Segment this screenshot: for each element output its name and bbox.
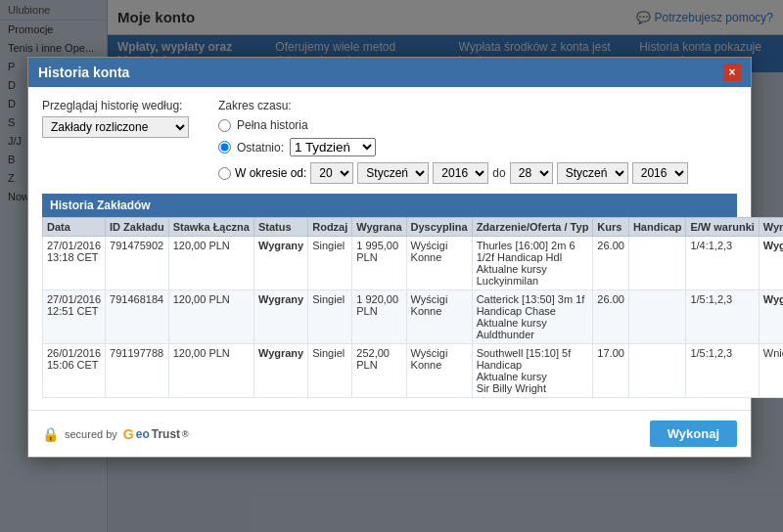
filter-row: Przeglądaj historię według: Zakłady rozl… bbox=[42, 99, 737, 184]
to-day-select[interactable]: 28 bbox=[510, 162, 553, 184]
radio-period-label: W okresie od: bbox=[235, 166, 306, 180]
cell-status: Wygrany bbox=[253, 344, 307, 398]
table-row: 27/01/2016 12:51 CET 791468184 120,00 PL… bbox=[43, 290, 784, 344]
from-month-select[interactable]: Styczeń bbox=[357, 162, 429, 184]
cell-ew: 1/5:1,2,3 bbox=[686, 344, 759, 398]
to-month-select[interactable]: Styczeń bbox=[557, 162, 628, 184]
cell-odds: 26.00 bbox=[593, 237, 629, 290]
cell-ew: 1/4:1,2,3 bbox=[686, 237, 759, 290]
cell-winnings: 252,00 PLN bbox=[352, 344, 406, 398]
bets-table: Data ID Zakładu Stawka Łączna Status Rod… bbox=[42, 217, 783, 398]
col-status: Status bbox=[253, 218, 307, 237]
cell-discipline: Wyścigi Konne bbox=[406, 237, 472, 290]
cell-handicap bbox=[628, 290, 686, 344]
modal-close-button[interactable]: × bbox=[723, 64, 741, 81]
cell-result: Wygrany bbox=[759, 237, 783, 290]
execute-button[interactable]: Wykonaj bbox=[650, 421, 737, 447]
cell-winnings: 1 995,00 PLN bbox=[352, 237, 406, 290]
col-winnings: Wygrana bbox=[352, 218, 406, 237]
geotrust-logo: GeoTrust® bbox=[123, 426, 189, 442]
lock-icon: 🔒 bbox=[42, 426, 59, 442]
col-discipline: Dyscyplina bbox=[406, 218, 472, 237]
cell-discipline: Wyścigi Konne bbox=[406, 344, 472, 398]
cell-id: 791468184 bbox=[106, 290, 169, 344]
cell-date: 27/01/2016 13:18 CET bbox=[43, 237, 106, 290]
modal-historia-konta: Historia konta × Przeglądaj historię wed… bbox=[27, 57, 752, 458]
col-data: Data bbox=[43, 218, 106, 237]
browse-label: Przeglądaj historię według: bbox=[42, 99, 189, 112]
col-ew: E/W warunki bbox=[686, 218, 759, 237]
modal-title: Historia konta bbox=[38, 65, 129, 80]
secured-by-text: secured by bbox=[65, 428, 117, 440]
radio-full-row: Pełna historia bbox=[218, 118, 737, 132]
cell-event: Southwell [15:10] 5f HandicapAktualne ku… bbox=[472, 344, 593, 398]
col-id: ID Zakładu bbox=[106, 218, 169, 237]
geotrust-badge: 🔒 secured by GeoTrust® bbox=[42, 426, 189, 442]
cell-handicap bbox=[628, 344, 686, 398]
radio-period[interactable] bbox=[218, 167, 231, 180]
cell-result: Wniesiony bbox=[759, 344, 783, 398]
col-event: Zdarzenie/Oferta / Typ bbox=[472, 218, 593, 237]
browse-select[interactable]: Zakłady rozliczoneZakłady otwarteWszystk… bbox=[42, 116, 189, 138]
modal-body: Przeglądaj historię według: Zakłady rozl… bbox=[28, 87, 751, 410]
cell-odds: 17.00 bbox=[593, 344, 629, 398]
cell-event: Catterick [13:50] 3m 1f Handicap ChaseAk… bbox=[472, 290, 593, 344]
radio-full-label: Pełna historia bbox=[237, 118, 308, 132]
cell-event: Thurles [16:00] 2m 6 1/2f Handicap HdlAk… bbox=[472, 237, 593, 290]
time-range-label: Zakres czasu: bbox=[218, 99, 737, 112]
cell-date: 26/01/2016 15:06 CET bbox=[43, 344, 106, 398]
cell-date: 27/01/2016 12:51 CET bbox=[43, 290, 106, 344]
radio-last-label: Ostatnio: bbox=[237, 141, 284, 155]
filter-left: Przeglądaj historię według: Zakłady rozl… bbox=[42, 99, 189, 138]
table-section-title: Historia Zakładów bbox=[42, 194, 737, 217]
table-row: 26/01/2016 15:06 CET 791197788 120,00 PL… bbox=[43, 344, 784, 398]
cell-stake: 120,00 PLN bbox=[168, 290, 253, 344]
cell-odds: 26.00 bbox=[593, 290, 629, 344]
cell-stake: 120,00 PLN bbox=[168, 344, 253, 398]
period-row: W okresie od: 20 Styczeń 2016 do 28 bbox=[218, 162, 737, 184]
from-year-select[interactable]: 2016 bbox=[433, 162, 488, 184]
radio-last-row: Ostatnio: 1 Tydzień2 Tygodnie1 Miesiąc bbox=[218, 138, 737, 156]
modal-footer: 🔒 secured by GeoTrust® Wykonaj bbox=[28, 410, 751, 457]
from-day-select[interactable]: 20 bbox=[310, 162, 353, 184]
cell-discipline: Wyścigi Konne bbox=[406, 290, 472, 344]
cell-winnings: 1 920,00 PLN bbox=[352, 290, 406, 344]
cell-handicap bbox=[628, 237, 686, 290]
cell-type: Singiel bbox=[308, 290, 352, 344]
cell-result: Wygrany bbox=[759, 290, 783, 344]
table-row: 27/01/2016 13:18 CET 791475902 120,00 PL… bbox=[43, 237, 784, 290]
modal-header: Historia konta × bbox=[28, 58, 751, 87]
to-year-select[interactable]: 2016 bbox=[632, 162, 688, 184]
period-to-label: do bbox=[492, 166, 505, 180]
col-result: Wynik bbox=[759, 218, 783, 237]
col-stake: Stawka Łączna bbox=[168, 218, 253, 237]
radio-last[interactable] bbox=[218, 141, 231, 154]
cell-type: Singiel bbox=[308, 237, 352, 290]
cell-status: Wygrany bbox=[253, 237, 307, 290]
cell-type: Singiel bbox=[308, 344, 352, 398]
cell-stake: 120,00 PLN bbox=[168, 237, 253, 290]
col-type: Rodzaj bbox=[308, 218, 352, 237]
cell-id: 791197788 bbox=[106, 344, 169, 398]
col-handicap: Handicap bbox=[628, 218, 686, 237]
cell-ew: 1/5:1,2,3 bbox=[686, 290, 759, 344]
radio-full-history[interactable] bbox=[218, 119, 231, 132]
cell-status: Wygrany bbox=[253, 290, 307, 344]
col-odds: Kurs bbox=[593, 218, 629, 237]
last-period-select[interactable]: 1 Tydzień2 Tygodnie1 Miesiąc bbox=[290, 138, 376, 156]
filter-right: Zakres czasu: Pełna historia Ostatnio: 1… bbox=[218, 99, 737, 184]
cell-id: 791475902 bbox=[106, 237, 169, 290]
